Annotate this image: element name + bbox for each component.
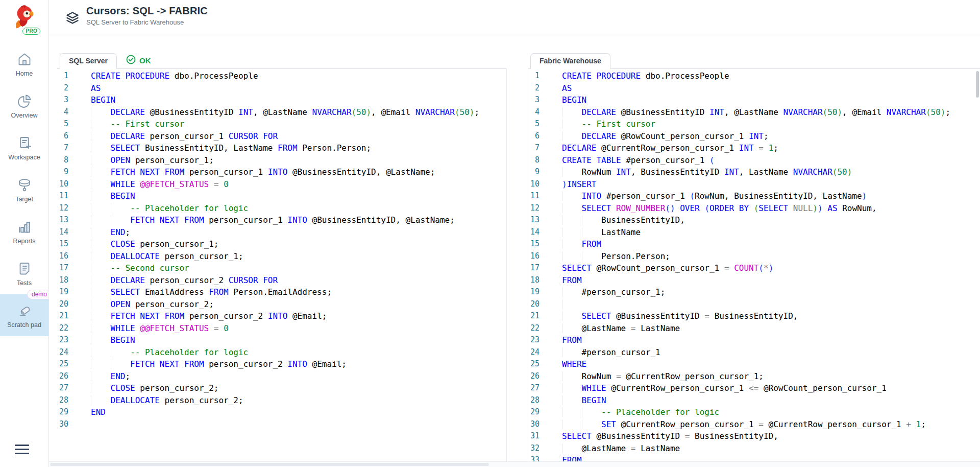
line-number: 12 xyxy=(57,202,68,215)
code-line: 1CREATE PROCEDURE dbo.ProcessPeople xyxy=(57,70,506,82)
line-number: 28 xyxy=(528,394,540,407)
code-line-content: CREATE TABLE #person_cursor_1 ( xyxy=(562,154,715,167)
sidebar-item-scratch-pad[interactable]: demoScratch pad xyxy=(0,294,48,336)
line-number: 5 xyxy=(57,118,68,130)
fabric-warehouse-tabbar: Fabric Warehouse xyxy=(528,53,980,69)
code-line-content: END; xyxy=(91,370,130,383)
line-number: 8 xyxy=(528,154,540,167)
sidebar-item-label: Tests xyxy=(17,279,32,287)
code-line: 32 @LastName = LastName xyxy=(528,442,980,455)
tab-fabric-warehouse[interactable]: Fabric Warehouse xyxy=(530,53,610,69)
code-line-content: OPEN person_cursor_2; xyxy=(91,298,214,311)
page-subtitle: SQL Server to Fabric Warehouse xyxy=(86,18,208,26)
line-number: 26 xyxy=(57,370,68,383)
code-line: 29 -- Placeholder for logic xyxy=(528,406,980,418)
code-line: 20 OPEN person_cursor_2; xyxy=(57,298,506,311)
code-line-content: -- First cursor xyxy=(562,118,655,130)
status-badge: OK xyxy=(126,55,151,66)
code-line-content: @LastName = LastName xyxy=(562,442,680,455)
line-number: 24 xyxy=(57,346,68,359)
code-line-content: FETCH NEXT FROM person_cursor_1 INTO @Bu… xyxy=(91,214,455,226)
code-line: 7 SELECT BusinessEntityID, LastName FROM… xyxy=(57,142,506,154)
line-number: 6 xyxy=(528,130,540,143)
line-number: 13 xyxy=(528,214,540,226)
code-line-content: BEGIN xyxy=(562,94,586,106)
code-line: 21 SELECT @BusinessEntityID = BusinessEn… xyxy=(528,310,980,322)
sidebar-item-workspace[interactable]: Workspace xyxy=(0,127,48,169)
code-line-content: -- Placeholder for logic xyxy=(91,202,248,215)
horizontal-scrollbar[interactable] xyxy=(49,461,980,467)
code-area-fabric-warehouse[interactable]: 1CREATE PROCEDURE dbo.ProcessPeople2AS3B… xyxy=(528,68,980,462)
line-number: 33 xyxy=(528,454,540,462)
sidebar-item-target[interactable]: Target xyxy=(0,169,48,211)
code-line-content: )INSERT xyxy=(562,178,596,191)
hamburger-icon xyxy=(15,445,29,446)
code-line-content: #person_cursor_1 xyxy=(562,346,660,359)
sidebar-item-label: Overview xyxy=(11,112,37,119)
vertical-scrollbar-thumb[interactable] xyxy=(976,71,979,98)
code-line-content: @LastName = LastName xyxy=(562,322,680,335)
code-line: 9 FETCH NEXT FROM person_cursor_1 INTO @… xyxy=(57,166,506,178)
code-line-content: DEALLOCATE person_cursor_1; xyxy=(91,250,243,263)
app-logo[interactable]: PRO xyxy=(7,3,40,35)
line-number: 7 xyxy=(57,142,68,154)
line-number: 8 xyxy=(57,154,68,167)
code-line: 2AS xyxy=(528,82,980,95)
line-number: 24 xyxy=(528,346,540,359)
home-icon xyxy=(16,51,33,67)
sidebar-item-label: Home xyxy=(16,70,33,77)
line-number: 3 xyxy=(528,94,540,106)
line-number: 2 xyxy=(57,82,68,95)
code-line: 11 BEGIN xyxy=(57,190,506,202)
line-number: 11 xyxy=(528,190,540,202)
page-header: Cursors: SQL -> FABRIC SQL Server to Fab… xyxy=(49,0,980,36)
line-number: 21 xyxy=(57,310,68,322)
code-line: 4 DECLARE @BusinessEntityID INT, @LastNa… xyxy=(57,106,506,119)
sidebar-item-tests[interactable]: Tests xyxy=(0,252,48,294)
code-line-content: SELECT BusinessEntityID, LastName FROM P… xyxy=(91,142,371,154)
code-line: 1CREATE PROCEDURE dbo.ProcessPeople xyxy=(528,70,980,82)
line-number: 23 xyxy=(528,334,540,346)
code-line-content: SET @CurrentRow_person_cursor_1 = @Curre… xyxy=(562,418,926,431)
code-line: 6 DECLARE person_cursor_1 CURSOR FOR xyxy=(57,130,506,143)
code-line: 7DECLARE @CurrentRow_person_cursor_1 INT… xyxy=(528,142,980,154)
sidebar-item-home[interactable]: Home xyxy=(0,43,48,85)
code-line-content: -- Second cursor xyxy=(91,262,189,274)
doc-plus-icon xyxy=(16,135,33,151)
sidebar-item-reports[interactable]: Reports xyxy=(0,211,48,252)
line-number: 18 xyxy=(57,274,68,287)
line-number: 23 xyxy=(57,334,68,346)
line-number: 4 xyxy=(528,106,540,119)
sql-server-panel: SQL Server OK 1CREATE PROCEDURE dbo.Proc… xyxy=(57,53,507,462)
code-line: 10)INSERT xyxy=(528,178,980,191)
code-line: 26 RowNum = @CurrentRow_person_cursor_1; xyxy=(528,370,980,383)
code-line: 15 FROM xyxy=(528,238,980,250)
line-number: 9 xyxy=(57,166,68,178)
code-line: 16 Person.Person; xyxy=(528,250,980,263)
code-line: 24 #person_cursor_1 xyxy=(528,346,980,359)
horizontal-scrollbar-thumb[interactable] xyxy=(50,463,489,466)
code-line-content: SELECT @RowCount_person_cursor_1 = COUNT… xyxy=(562,262,773,274)
check-circle-icon xyxy=(126,55,136,66)
line-number: 11 xyxy=(57,190,68,202)
code-line: 13 BusinessEntityID, xyxy=(528,214,980,226)
code-line: 14 LastName xyxy=(528,226,980,239)
code-line-content xyxy=(562,298,582,311)
code-line: 25WHERE xyxy=(528,358,980,370)
line-number: 16 xyxy=(57,250,68,263)
code-line-content: RowNum INT, BusinessEntityID INT, LastNa… xyxy=(562,166,852,178)
code-line: 24 -- Placeholder for logic xyxy=(57,346,506,359)
line-number: 27 xyxy=(528,382,540,394)
code-line: 26 END; xyxy=(57,370,506,383)
sidebar-item-overview[interactable]: Overview xyxy=(0,85,48,127)
menu-toggle-button[interactable] xyxy=(15,442,29,457)
layers-icon xyxy=(65,11,80,25)
code-line-content: OPEN person_cursor_1; xyxy=(91,154,214,167)
code-line: 25 FETCH NEXT FROM person_cursor_2 INTO … xyxy=(57,358,506,370)
code-area-sql-server[interactable]: 1CREATE PROCEDURE dbo.ProcessPeople2AS3B… xyxy=(57,68,507,462)
line-number: 19 xyxy=(528,286,540,298)
code-line-content: CREATE PROCEDURE dbo.ProcessPeople xyxy=(562,70,729,82)
tab-sql-server[interactable]: SQL Server xyxy=(60,53,117,69)
line-number: 29 xyxy=(57,406,68,418)
line-number: 26 xyxy=(528,370,540,383)
